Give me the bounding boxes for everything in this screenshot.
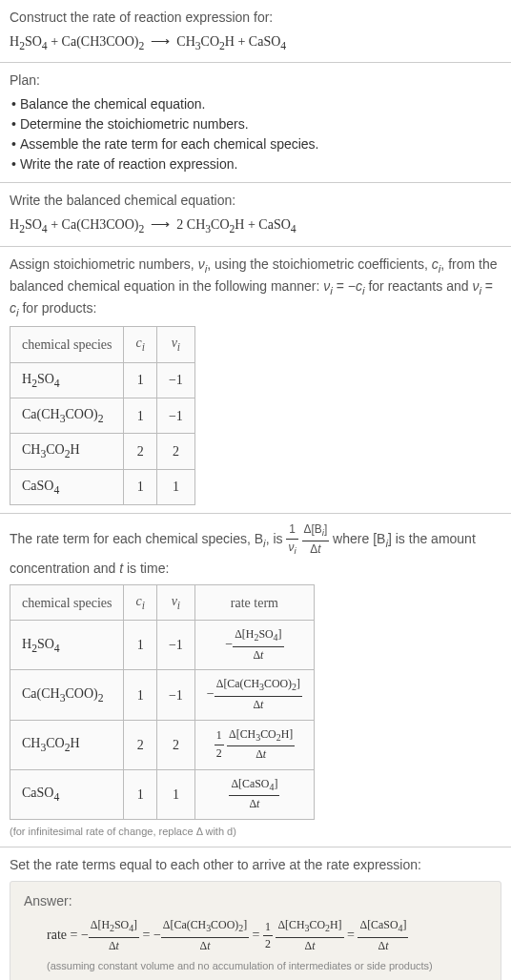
plan-item-text: Assemble the rate term for each chemical…	[20, 136, 319, 152]
cell-c: 1	[124, 769, 156, 819]
cell-v: −1	[156, 670, 194, 720]
cell-rate: −Δ[Ca(CH3COO)2]Δt	[194, 670, 314, 720]
cell-c: 1	[124, 621, 156, 670]
bullet-icon: •	[11, 134, 16, 154]
plan-item-text: Write the rate of reaction expression.	[20, 156, 238, 172]
cell-v: 1	[156, 769, 194, 819]
table-header-row: chemical species ci νi	[10, 327, 195, 362]
rateterm-intro: The rate term for each chemical species,…	[10, 521, 501, 579]
table-row: CaSO4 1 1	[10, 469, 195, 504]
cell-c: 1	[124, 398, 156, 434]
plan-item-text: Determine the stoichiometric numbers.	[20, 116, 249, 132]
col-ci: ci	[124, 327, 156, 362]
cell-rate: 12 Δ[CH3CO2H]Δt	[194, 720, 314, 769]
balanced-section: Write the balanced chemical equation: H2…	[0, 183, 511, 246]
plan-title: Plan:	[10, 71, 501, 91]
plan-item: •Assemble the rate term for each chemica…	[10, 134, 501, 154]
col-species: chemical species	[10, 585, 124, 621]
cell-species: H2SO4	[10, 621, 124, 670]
cell-v: 2	[156, 720, 194, 769]
table-row: CH3CO2H 2 2	[10, 434, 195, 469]
header-equation: H2SO4 + Ca(CH3COO)2 ⟶ CH3CO2H + CaSO4	[10, 31, 501, 54]
bullet-icon: •	[11, 114, 16, 134]
cell-species: CH3CO2H	[10, 720, 124, 769]
header-section: Construct the rate of reaction expressio…	[0, 0, 511, 63]
stoich-table: chemical species ci νi H2SO4 1 −1 Ca(CH3…	[10, 326, 195, 504]
bullet-icon: •	[11, 154, 16, 174]
stoich-section: Assign stoichiometric numbers, νi, using…	[0, 247, 511, 514]
cell-species: CaSO4	[10, 469, 124, 504]
answer-box: Answer: rate = −Δ[H2SO4]Δt = −Δ[Ca(CH3CO…	[10, 881, 501, 980]
cell-species: CaSO4	[10, 769, 124, 819]
cell-v: 1	[156, 469, 194, 504]
table-row: Ca(CH3COO)2 1 −1 −Δ[Ca(CH3COO)2]Δt	[10, 670, 315, 720]
table-row: CH3CO2H 2 2 12 Δ[CH3CO2H]Δt	[10, 720, 315, 769]
cell-v: 2	[156, 434, 194, 469]
plan-section: Plan: •Balance the chemical equation. •D…	[0, 63, 511, 183]
bullet-icon: •	[11, 94, 16, 114]
col-vi: νi	[156, 585, 194, 621]
plan-list: •Balance the chemical equation. •Determi…	[10, 94, 501, 174]
table-row: CaSO4 1 1 Δ[CaSO4]Δt	[10, 769, 315, 819]
plan-item: •Write the rate of reaction expression.	[10, 154, 501, 174]
cell-v: −1	[156, 621, 194, 670]
cell-v: −1	[156, 398, 194, 434]
final-prompt: Set the rate terms equal to each other t…	[10, 855, 501, 875]
answer-expression: rate = −Δ[H2SO4]Δt = −Δ[Ca(CH3COO)2]Δt =…	[24, 917, 487, 954]
cell-c: 1	[124, 469, 156, 504]
cell-v: −1	[156, 362, 194, 398]
cell-species: Ca(CH3COO)2	[10, 670, 124, 720]
cell-species: CH3CO2H	[10, 434, 124, 469]
plan-item-text: Balance the chemical equation.	[20, 96, 206, 112]
rateterm-note: (for infinitesimal rate of change, repla…	[10, 824, 501, 840]
rateterm-section: The rate term for each chemical species,…	[0, 514, 511, 847]
stoich-intro: Assign stoichiometric numbers, νi, using…	[10, 255, 501, 321]
balanced-prompt: Write the balanced chemical equation:	[10, 191, 501, 211]
cell-species: H2SO4	[10, 362, 124, 398]
cell-c: 2	[124, 434, 156, 469]
balanced-equation: H2SO4 + Ca(CH3COO)2 ⟶ 2 CH3CO2H + CaSO4	[10, 214, 501, 237]
cell-c: 1	[124, 670, 156, 720]
cell-c: 2	[124, 720, 156, 769]
col-species: chemical species	[10, 327, 124, 362]
col-rate: rate term	[194, 585, 314, 621]
cell-rate: −Δ[H2SO4]Δt	[194, 621, 314, 670]
header-prompt: Construct the rate of reaction expressio…	[10, 8, 501, 28]
plan-item: •Balance the chemical equation.	[10, 94, 501, 114]
answer-assumption: (assuming constant volume and no accumul…	[24, 958, 487, 974]
cell-c: 1	[124, 362, 156, 398]
rateterm-table: chemical species ci νi rate term H2SO4 1…	[10, 584, 315, 820]
table-row: H2SO4 1 −1	[10, 362, 195, 398]
answer-label: Answer:	[24, 891, 487, 911]
table-header-row: chemical species ci νi rate term	[10, 585, 315, 621]
cell-species: Ca(CH3COO)2	[10, 398, 124, 434]
final-section: Set the rate terms equal to each other t…	[0, 847, 511, 980]
table-row: Ca(CH3COO)2 1 −1	[10, 398, 195, 434]
plan-item: •Determine the stoichiometric numbers.	[10, 114, 501, 134]
cell-rate: Δ[CaSO4]Δt	[194, 769, 314, 819]
col-vi: νi	[156, 327, 194, 362]
col-ci: ci	[124, 585, 156, 621]
table-row: H2SO4 1 −1 −Δ[H2SO4]Δt	[10, 621, 315, 670]
